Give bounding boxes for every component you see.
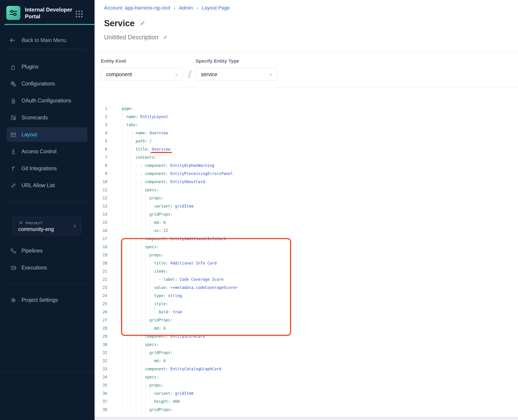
sidebar-item-plugins[interactable]: Plugins <box>0 58 95 75</box>
edit-title-pencil-icon[interactable] <box>139 20 146 27</box>
app-title: Internal Developer Portal <box>25 6 75 20</box>
idp-logo[interactable] <box>6 6 20 20</box>
code-text: variant: gridItem <box>122 389 193 398</box>
code-line-7[interactable]: 7 contents: <box>95 153 518 161</box>
sidebar-item-access-control[interactable]: Access Control <box>0 143 95 160</box>
code-line-26[interactable]: 26 bold: true <box>95 308 518 316</box>
app-switcher-icon[interactable] <box>75 9 84 19</box>
code-text: specs: <box>122 373 159 381</box>
person-icon <box>10 148 17 155</box>
code-line-27[interactable]: 27 gridProps: <box>95 316 518 324</box>
code-text: - component: EntityScoreCard <box>122 332 205 340</box>
code-line-4[interactable]: 4 - name: Overview <box>95 129 518 137</box>
line-number: 8 <box>95 161 107 170</box>
code-text: - component: EntityAdditionalInfoCard <box>122 235 226 243</box>
sidebar-item-configurations[interactable]: Configurations <box>0 75 95 92</box>
sidebar-item-pipelines[interactable]: Pipelines <box>0 242 95 259</box>
code-line-22[interactable]: 22 - label: Code Coverage Score <box>95 275 518 284</box>
code-line-2[interactable]: 2 name: EntityLayout <box>95 112 518 121</box>
sidebar-item-url-allow-list[interactable]: URL Allow List <box>0 177 95 194</box>
code-line-14[interactable]: 14 gridProps: <box>95 210 518 218</box>
edit-description-pencil-icon[interactable] <box>162 35 168 40</box>
code-line-16[interactable]: 16 xs: 12 <box>95 226 518 235</box>
code-text: style: <box>122 300 168 308</box>
line-number: 34 <box>95 373 107 381</box>
back-to-main-menu[interactable]: Back to Main Menu <box>9 35 66 45</box>
code-line-35[interactable]: 35 props: <box>95 381 518 389</box>
code-line-20[interactable]: 20 title: Additional Info Card <box>95 259 518 267</box>
yaml-editor[interactable]: 1page:2 name: EntityLayout3 tabs:4 - nam… <box>95 105 518 414</box>
code-line-34[interactable]: 34 specs: <box>95 373 518 381</box>
kind-type-separator: / <box>185 67 195 81</box>
sidebar-item-scorecards[interactable]: Scorecards <box>0 109 95 126</box>
scorecard-icon <box>10 114 17 121</box>
code-line-8[interactable]: 8 - component: EntityOrphanWarning <box>95 161 518 170</box>
breadcrumb-item-admin[interactable]: Admin <box>179 5 193 11</box>
code-line-29[interactable]: 29 - component: EntityScoreCard <box>95 332 518 340</box>
sidebar-item-label: Layout <box>22 132 37 138</box>
menu-frame-border <box>6 49 88 52</box>
code-text: props: <box>122 251 163 259</box>
code-line-9[interactable]: 9 - component: EntityProcessingErrorsPan… <box>95 170 518 178</box>
line-number: 30 <box>95 340 107 349</box>
code-line-5[interactable]: 5 path: / <box>95 137 518 145</box>
sidebar-item-label: Plugins <box>22 64 38 70</box>
sidebar-item-label: Project Settings <box>22 297 58 303</box>
code-line-10[interactable]: 10 - component: EntityAboutCard <box>95 178 518 186</box>
sidebar-item-layout[interactable]: Layout <box>0 126 95 143</box>
code-line-32[interactable]: 32 md: 6 <box>95 357 518 365</box>
breadcrumb-item-account-app-harness-ng-cicd[interactable]: Account: app-harness-ng-cicd <box>104 5 170 11</box>
sidebar-divider <box>6 201 88 201</box>
code-line-11[interactable]: 11 specs: <box>95 186 518 194</box>
code-line-13[interactable]: 13 variant: gridItem <box>95 202 518 210</box>
code-line-3[interactable]: 3 tabs: <box>95 121 518 129</box>
code-line-38[interactable]: 38 gridProps: <box>95 405 518 414</box>
main-content: Account: app-harness-ng-cicd›Admin›Layou… <box>95 0 518 420</box>
entity-type-select[interactable]: service <box>196 68 277 81</box>
code-line-23[interactable]: 23 value: <+metadata.codeCoverageScore> <box>95 284 518 292</box>
code-text: - label: Code Coverage Score <box>122 275 223 284</box>
code-line-21[interactable]: 21 items: <box>95 267 518 275</box>
code-text: - component: EntityAboutCard <box>122 178 205 186</box>
code-line-28[interactable]: 28 md: 6 <box>95 324 518 332</box>
line-number: 2 <box>95 112 107 121</box>
sidebar-item-executions[interactable]: Executions <box>0 259 95 276</box>
code-line-33[interactable]: 33 - component: EntityCatalogGraphCard <box>95 365 518 373</box>
entity-type-value: service <box>201 71 217 77</box>
sidebar-nav-admin: PluginsConfigurationsOAuth Configuration… <box>0 58 95 194</box>
code-line-36[interactable]: 36 variant: gridItem <box>95 389 518 398</box>
sidebar-item-project-settings[interactable]: Project Settings <box>0 292 95 308</box>
code-line-1[interactable]: 1page: <box>95 105 518 112</box>
breadcrumb: Account: app-harness-ng-cicd›Admin›Layou… <box>104 5 230 11</box>
horizontal-scrollbar[interactable] <box>95 417 518 420</box>
sidebar-item-oauth-configurations[interactable]: OAuth Configurations <box>0 92 95 109</box>
line-number: 19 <box>95 251 107 259</box>
code-line-6[interactable]: 6 title: Overview <box>95 145 518 153</box>
breadcrumb-item-layout-page[interactable]: Layout Page <box>202 5 230 11</box>
code-line-31[interactable]: 31 gridProps: <box>95 349 518 357</box>
code-text: height: 400 <box>122 398 180 405</box>
line-number: 7 <box>95 153 107 161</box>
code-line-30[interactable]: 30 specs: <box>95 340 518 349</box>
code-line-37[interactable]: 37 height: 400 <box>95 398 518 405</box>
line-number: 4 <box>95 129 107 137</box>
project-selector[interactable]: PROJECT community-eng <box>13 217 81 235</box>
sidebar-item-git-integrations[interactable]: Git Integrations <box>0 160 95 177</box>
code-text: - name: Overview <box>122 129 168 137</box>
code-line-12[interactable]: 12 props: <box>95 194 518 202</box>
code-line-18[interactable]: 18 specs: <box>95 243 518 251</box>
line-number: 12 <box>95 194 107 202</box>
code-line-17[interactable]: 17 - component: EntityAdditionalInfoCard <box>95 235 518 243</box>
code-line-19[interactable]: 19 props: <box>95 251 518 259</box>
breadcrumb-separator: › <box>197 5 198 11</box>
line-number: 31 <box>95 349 107 357</box>
code-line-24[interactable]: 24 type: string <box>95 292 518 300</box>
gears-icon <box>10 81 17 87</box>
chevron-right-icon <box>72 224 78 229</box>
code-text: props: <box>122 194 163 202</box>
entity-kind-select[interactable]: component <box>101 68 183 81</box>
code-line-15[interactable]: 15 md: 6 <box>95 218 518 226</box>
code-line-25[interactable]: 25 style: <box>95 300 518 308</box>
play-frame-icon <box>10 264 17 271</box>
code-text: md: 6 <box>122 357 166 365</box>
